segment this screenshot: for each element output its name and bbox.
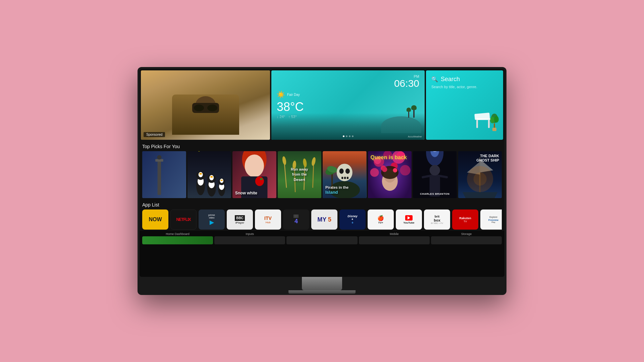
nav-inputs[interactable]: Inputs	[214, 232, 285, 244]
app-channel4[interactable]: |||| 4	[283, 209, 309, 230]
tv-stand	[302, 277, 342, 290]
search-title: Search	[441, 76, 460, 83]
svg-point-34	[255, 176, 264, 186]
app-row: NOW NETFLIX prime video ▶ BBC	[142, 209, 502, 231]
svg-rect-55	[347, 177, 348, 179]
weather-condition: Fair Day	[287, 93, 300, 97]
prime-logo: prime video ▶	[208, 214, 215, 226]
hero-main-banner[interactable]: Sponsored	[141, 70, 270, 140]
now-logo: NOW	[149, 217, 162, 223]
tv-stand-base	[288, 290, 356, 294]
svg-point-62	[400, 165, 410, 175]
svg-rect-53	[341, 177, 343, 179]
ghost-ship-title: THE DARK GHOST SHIP	[476, 154, 499, 163]
svg-rect-8	[492, 128, 496, 131]
picks-row: A good day to die	[142, 151, 502, 198]
search-icon: 🔍	[431, 76, 438, 82]
tv-frame: Sponsored PM 06:30 ☀️ Fair Day 38°C ↓ 24…	[138, 67, 506, 295]
svg-point-63	[370, 168, 379, 177]
app-bbc-iplayer[interactable]: BBC iPlayer	[227, 209, 253, 230]
pick-card-desert[interactable]: Run away from the Desert	[278, 151, 322, 198]
top-picks-title: Top Picks For You	[142, 141, 502, 151]
svg-point-22	[209, 175, 214, 180]
nav-mid1[interactable]	[286, 232, 357, 244]
svg-rect-10	[158, 160, 161, 195]
svg-text:Penguin's life: Penguin's life	[190, 151, 218, 152]
app-disney-plus[interactable]: Disney ✦ +	[339, 209, 366, 230]
svg-rect-54	[344, 177, 346, 179]
weather-time: 06:30	[277, 78, 419, 89]
svg-point-32	[245, 155, 264, 177]
accuweather-logo: AccuWeather	[408, 135, 422, 138]
svg-point-70	[393, 168, 397, 172]
queen-title: Queen is back	[371, 155, 407, 161]
svg-point-28	[220, 180, 223, 181]
svg-point-6	[490, 117, 495, 123]
svg-rect-9	[142, 151, 186, 198]
svg-point-85	[473, 172, 486, 185]
app-my5[interactable]: MY 5	[311, 209, 337, 230]
my5-logo: MY 5	[317, 216, 331, 223]
app-prime-video[interactable]: prime video ▶	[199, 209, 225, 230]
appletv-logo: 🍎 TV+	[377, 215, 384, 224]
search-decoration	[470, 105, 500, 136]
pick-card-queen[interactable]: Queen is back	[368, 151, 412, 198]
svg-point-7	[494, 116, 499, 123]
weather-carousel-dots	[343, 135, 354, 137]
svg-rect-2	[476, 120, 478, 128]
desert-title: Run away from the Desert	[291, 167, 308, 182]
pick-card-good-day[interactable]: A good day to die	[142, 151, 186, 198]
weather-landscape	[381, 110, 421, 133]
netflix-logo: NETFLIX	[176, 217, 191, 222]
app-rakuten[interactable]: Rakuten TV	[452, 209, 478, 230]
svg-point-18	[199, 173, 202, 175]
app-britbox[interactable]: brit box BY BBC • ITV	[424, 209, 450, 230]
app-netflix[interactable]: NETFLIX	[170, 209, 197, 230]
svg-point-69	[382, 167, 387, 172]
svg-point-23	[210, 176, 213, 178]
app-youtube[interactable]: YouTube	[396, 209, 422, 230]
app-freeview[interactable]: Explore Freeview Play	[480, 209, 502, 230]
nav-mobile[interactable]: Mobile	[359, 232, 430, 244]
app-list-title: App List	[142, 199, 502, 209]
britbox-logo: brit box BY BBC • ITV	[431, 215, 443, 224]
pick-card-charles[interactable]: CHARLES BRANTON	[413, 151, 457, 198]
hero-section: Sponsored PM 06:30 ☀️ Fair Day 38°C ↓ 24…	[140, 69, 504, 141]
channel4-logo: |||| 4	[293, 214, 299, 225]
svg-point-12	[157, 155, 161, 160]
itv-logo: ITV Hub	[264, 216, 272, 224]
app-now[interactable]: NOW	[142, 209, 168, 230]
nav-home-dashboard[interactable]: Home Dashboard	[142, 232, 213, 244]
app-itv-hub[interactable]: ITV Hub	[255, 209, 281, 230]
pick-card-snow-white[interactable]: Snow white	[232, 151, 276, 198]
charles-name: CHARLES BRANTON	[413, 192, 457, 195]
rakuten-logo: Rakuten TV	[459, 217, 471, 223]
pick-card-penguins[interactable]: Penguin's life	[187, 151, 231, 198]
sun-icon: ☀️	[277, 90, 285, 99]
freeview-logo: Explore Freeview Play	[488, 215, 499, 224]
svg-rect-4	[494, 123, 495, 128]
disney-logo: Disney ✦ +	[347, 215, 358, 225]
weather-widget[interactable]: PM 06:30 ☀️ Fair Day 38°C ↓ 24° ↑ 53°	[271, 70, 425, 140]
svg-marker-80	[463, 192, 497, 198]
nav-storage[interactable]: Storage	[431, 232, 502, 244]
app-apple-tv[interactable]: 🍎 TV+	[368, 209, 394, 230]
tv-screen: Sponsored PM 06:30 ☀️ Fair Day 38°C ↓ 24…	[140, 69, 504, 277]
sponsored-badge: Sponsored	[144, 132, 165, 137]
svg-point-35	[260, 178, 263, 180]
app-list-section: App List NOW NETFLIX prime video ▶	[140, 199, 504, 231]
svg-point-52	[345, 169, 350, 174]
bbc-logo: BBC iPlayer	[235, 215, 245, 224]
youtube-logo: YouTube	[403, 215, 414, 224]
pirates-title: Pirates in the Island	[325, 185, 348, 195]
top-picks-section: Top Picks For You A good day to die	[140, 141, 504, 199]
pick-card-pirates[interactable]: Pirates in the Island	[323, 151, 367, 198]
search-widget[interactable]: 🔍 Search Search by title, actor, genre.	[426, 70, 503, 140]
svg-rect-3	[488, 120, 490, 128]
svg-point-76	[430, 165, 440, 175]
svg-point-51	[339, 169, 344, 174]
snow-white-title: Snow white	[235, 191, 257, 195]
bottom-navigation: Home Dashboard Inputs Mobile Storage	[140, 231, 504, 246]
search-subtitle: Search by title, actor, genre.	[431, 85, 498, 89]
pick-card-ghost-ship[interactable]: THE DARK GHOST SHIP	[458, 151, 502, 198]
